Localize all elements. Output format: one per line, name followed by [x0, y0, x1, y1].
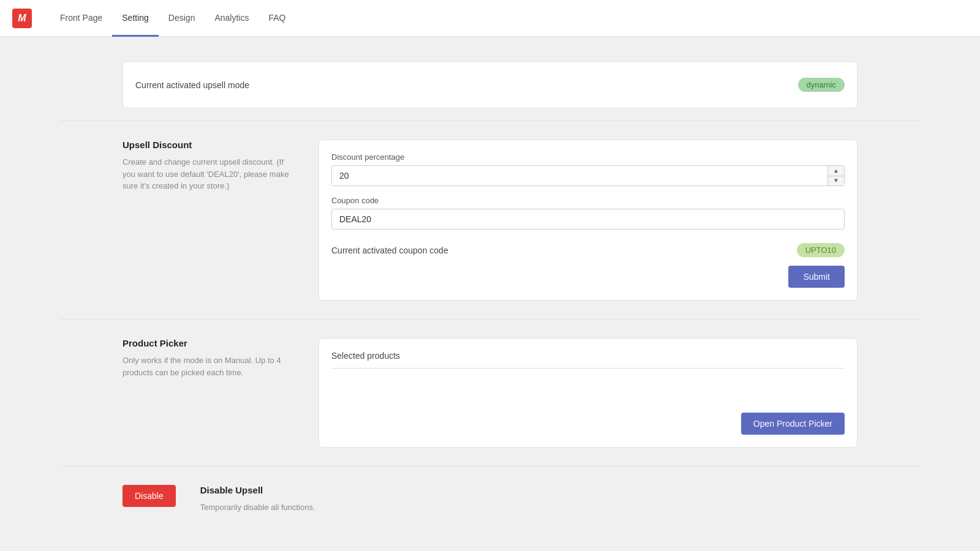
- disable-button-wrap: Disable: [123, 485, 176, 507]
- submit-row: Submit: [331, 261, 845, 288]
- upsell-discount-card: Discount percentage ▲ ▼ Coupon code Curr…: [318, 140, 858, 301]
- product-picker-desc: Only works if the mode is on Manual. Up …: [123, 354, 294, 378]
- submit-button[interactable]: Submit: [788, 266, 845, 288]
- upsell-discount-desc: Create and change current upsell discoun…: [123, 156, 294, 192]
- discount-label: Discount percentage: [331, 152, 845, 162]
- upsell-discount-left: Upsell Discount Create and change curren…: [123, 140, 294, 192]
- header: M Front Page Setting Design Analytics FA…: [0, 0, 980, 37]
- logo: M: [12, 9, 32, 28]
- discount-input-wrap: ▲ ▼: [331, 165, 845, 186]
- product-picker-section: Product Picker Only works if the mode is…: [61, 320, 919, 467]
- discount-percentage-group: Discount percentage ▲ ▼: [331, 152, 845, 186]
- disable-upsell-section: Disable Disable Upsell Temporarily disab…: [61, 467, 919, 532]
- product-picker-left: Product Picker Only works if the mode is…: [123, 338, 294, 378]
- nav-faq[interactable]: FAQ: [258, 0, 295, 37]
- product-picker-title: Product Picker: [123, 338, 294, 348]
- coupon-code-input[interactable]: [331, 209, 845, 230]
- nav-setting[interactable]: Setting: [112, 0, 159, 37]
- upsell-discount-title: Upsell Discount: [123, 140, 294, 150]
- disable-upsell-title: Disable Upsell: [200, 485, 372, 495]
- main-content: Current activated upsell mode dynamic Up…: [61, 37, 919, 544]
- disable-upsell-left: Disable Upsell Temporarily disable all f…: [200, 485, 372, 514]
- current-coupon-label: Current activated coupon code: [331, 246, 448, 255]
- nav-analytics[interactable]: Analytics: [205, 0, 258, 37]
- disable-upsell-desc: Temporarily disable all functions.: [200, 501, 372, 514]
- spinner-up[interactable]: ▲: [828, 166, 844, 176]
- current-coupon-badge: UPTO10: [797, 243, 845, 257]
- spinner-down[interactable]: ▼: [828, 176, 844, 186]
- card-divider: [331, 368, 845, 369]
- open-product-picker-button[interactable]: Open Product Picker: [741, 413, 845, 435]
- open-picker-row: Open Product Picker: [331, 413, 845, 435]
- upsell-discount-section: Upsell Discount Create and change curren…: [61, 121, 919, 320]
- upsell-mode-section: Current activated upsell mode dynamic: [61, 49, 919, 121]
- main-nav: Front Page Setting Design Analytics FAQ: [50, 0, 296, 36]
- nav-design[interactable]: Design: [159, 0, 205, 37]
- coupon-label: Coupon code: [331, 196, 845, 205]
- nav-front-page[interactable]: Front Page: [50, 0, 112, 37]
- current-coupon-row: Current activated coupon code UPTO10: [331, 239, 845, 261]
- upsell-mode-label: Current activated upsell mode: [135, 80, 249, 90]
- upsell-mode-card: Current activated upsell mode dynamic: [123, 61, 858, 108]
- upsell-mode-row: Current activated upsell mode dynamic: [135, 74, 845, 96]
- selected-products-label: Selected products: [331, 351, 845, 361]
- disable-button[interactable]: Disable: [123, 485, 176, 507]
- upsell-mode-badge: dynamic: [798, 78, 845, 92]
- discount-percentage-input[interactable]: [332, 166, 827, 186]
- coupon-code-group: Coupon code: [331, 196, 845, 230]
- selected-products-area: [331, 376, 845, 407]
- product-picker-card: Selected products Open Product Picker: [318, 338, 858, 448]
